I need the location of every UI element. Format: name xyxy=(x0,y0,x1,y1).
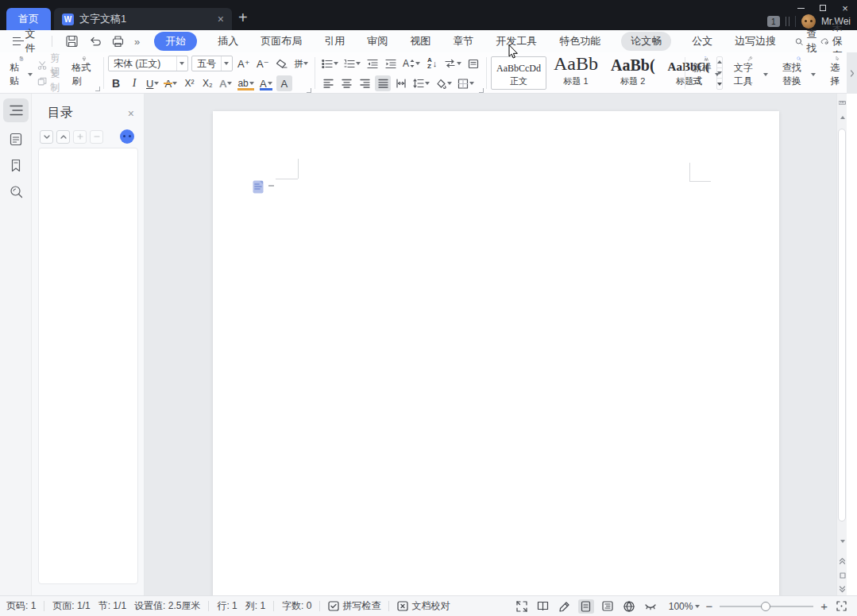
sidebar-item-search[interactable] xyxy=(3,179,29,203)
zoom-level-button[interactable]: 100% xyxy=(669,601,701,612)
task-count-badge[interactable]: 1 xyxy=(767,16,780,27)
tab-insert[interactable]: 插入 xyxy=(216,32,240,51)
write-mode-button[interactable] xyxy=(557,599,573,614)
char-shading-button[interactable]: A xyxy=(276,75,292,91)
close-button[interactable]: × xyxy=(840,3,851,13)
zoom-in-button[interactable]: + xyxy=(820,599,828,613)
align-center-button[interactable] xyxy=(338,75,354,91)
minimize-button[interactable] xyxy=(795,3,806,13)
style-heading2[interactable]: AaBb( 标题 2 xyxy=(605,56,661,90)
new-tab-button[interactable]: + xyxy=(238,10,248,25)
copy-button[interactable]: 复制 xyxy=(37,73,67,89)
toc-promote-button[interactable] xyxy=(73,130,87,144)
style-heading1[interactable]: AaBb 标题 1 xyxy=(548,56,604,90)
tab-home[interactable]: 开始 xyxy=(154,32,197,51)
tab-references[interactable]: 引用 xyxy=(322,32,346,51)
document-canvas[interactable] xyxy=(145,94,847,595)
ribbon-expand-strip[interactable] xyxy=(847,52,857,94)
bold-button[interactable]: B xyxy=(108,75,124,91)
strikethrough-button[interactable]: A xyxy=(163,75,179,91)
style-normal[interactable]: AaBbCcDd 正文 xyxy=(491,56,546,90)
status-section[interactable]: 节: 1/1 xyxy=(98,599,126,613)
font-color-button[interactable]: A xyxy=(258,75,274,91)
increase-indent-button[interactable] xyxy=(383,56,399,71)
paste-button[interactable]: 粘贴 xyxy=(6,55,36,90)
find-button[interactable]: 查找 xyxy=(795,27,820,56)
find-replace-button[interactable]: 查找替换 xyxy=(779,55,820,90)
italic-button[interactable]: I xyxy=(126,75,142,91)
scroll-up-button[interactable] xyxy=(839,116,846,119)
underline-button[interactable]: U xyxy=(145,75,160,91)
text-effect-button[interactable]: A xyxy=(218,75,234,91)
zoom-slider-handle[interactable] xyxy=(761,602,770,611)
tab-write-search[interactable]: 边写边搜 xyxy=(733,32,778,51)
font-name-combo[interactable]: 宋体 (正文) xyxy=(108,56,188,71)
eye-protect-button[interactable] xyxy=(643,599,658,614)
superscript-button[interactable]: X² xyxy=(181,75,197,91)
align-left-button[interactable] xyxy=(320,75,336,91)
align-right-button[interactable] xyxy=(357,75,373,91)
toc-collapse-button[interactable] xyxy=(56,130,70,144)
tab-view[interactable]: 视图 xyxy=(408,32,432,51)
status-pages[interactable]: 页面: 1/1 xyxy=(52,599,90,613)
decrease-font-button[interactable]: A⁻ xyxy=(255,56,271,71)
spell-check-button[interactable]: 拼写检查 xyxy=(328,599,380,613)
justify-button[interactable] xyxy=(375,75,391,91)
read-view-button[interactable] xyxy=(535,599,551,614)
save-button[interactable] xyxy=(65,35,79,48)
font-dialog-launcher[interactable] xyxy=(307,88,311,93)
smart-toc-toggle[interactable] xyxy=(120,129,134,144)
zoom-slider[interactable] xyxy=(720,601,813,612)
outline-view-button[interactable] xyxy=(600,599,616,614)
tab-close-icon[interactable]: × xyxy=(218,13,224,25)
status-page-number[interactable]: 页码: 1 xyxy=(6,599,36,613)
status-margin-setting[interactable]: 设置值: 2.5厘米 xyxy=(134,599,200,613)
status-word-count[interactable]: 字数: 0 xyxy=(282,599,311,613)
next-page-button[interactable] xyxy=(839,586,846,593)
maximize-button[interactable] xyxy=(817,3,828,13)
char-scale-button[interactable]: A xyxy=(401,56,422,71)
scroll-down-button[interactable] xyxy=(839,540,846,543)
pinyin-guide-button[interactable]: 拼 xyxy=(293,56,310,71)
file-menu[interactable]: 文件 xyxy=(13,27,39,56)
undo-button[interactable] xyxy=(88,35,102,48)
tab-page-layout[interactable]: 页面布局 xyxy=(259,32,303,51)
web-view-button[interactable] xyxy=(621,599,637,614)
line-spacing-button[interactable] xyxy=(411,75,431,91)
decrease-indent-button[interactable] xyxy=(365,56,380,71)
sidebar-item-bookmark[interactable] xyxy=(3,153,29,177)
clipboard-dialog-launcher[interactable] xyxy=(95,87,100,91)
best-fit-button[interactable] xyxy=(833,599,849,614)
vertical-scrollbar[interactable] xyxy=(836,94,847,595)
ruler-toggle-icon[interactable] xyxy=(839,99,846,106)
toc-list[interactable] xyxy=(38,148,138,584)
previous-page-button[interactable] xyxy=(839,557,846,564)
subscript-button[interactable]: X₂ xyxy=(199,75,215,91)
tab-paper-tools[interactable]: 论文畅 xyxy=(621,32,671,51)
select-browse-object-button[interactable] xyxy=(839,572,846,579)
increase-font-button[interactable]: A⁺ xyxy=(236,56,252,71)
borders-button[interactable] xyxy=(456,75,476,91)
sidebar-item-outline[interactable] xyxy=(3,98,29,122)
tab-official-doc[interactable]: 公文 xyxy=(690,32,714,51)
sort-button[interactable]: AZ↓ xyxy=(424,56,440,71)
page-view-button[interactable] xyxy=(578,599,594,614)
fullscreen-view-button[interactable] xyxy=(514,599,530,614)
distribute-button[interactable] xyxy=(393,75,409,91)
toc-expand-button[interactable] xyxy=(40,130,53,144)
numbering-button[interactable] xyxy=(342,56,362,71)
format-painter-button[interactable]: 格式刷 xyxy=(68,55,100,90)
tab-special-features[interactable]: 特色功能 xyxy=(558,32,602,51)
paragraph-dialog-launcher[interactable] xyxy=(479,88,484,93)
toc-close-icon[interactable]: × xyxy=(128,107,134,120)
smart-doc-helper-icon[interactable] xyxy=(253,180,264,194)
select-button[interactable]: 选择 xyxy=(827,55,847,90)
print-button[interactable] xyxy=(111,35,125,48)
show-paragraph-marks-button[interactable] xyxy=(442,56,463,71)
bullets-button[interactable] xyxy=(320,56,340,71)
doc-proof-button[interactable]: 文档校对 xyxy=(397,599,450,613)
highlight-color-button[interactable]: ab xyxy=(236,75,255,91)
font-size-combo[interactable]: 五号 xyxy=(191,56,233,71)
shading-button[interactable] xyxy=(434,75,454,91)
tab-review[interactable]: 审阅 xyxy=(365,32,389,51)
